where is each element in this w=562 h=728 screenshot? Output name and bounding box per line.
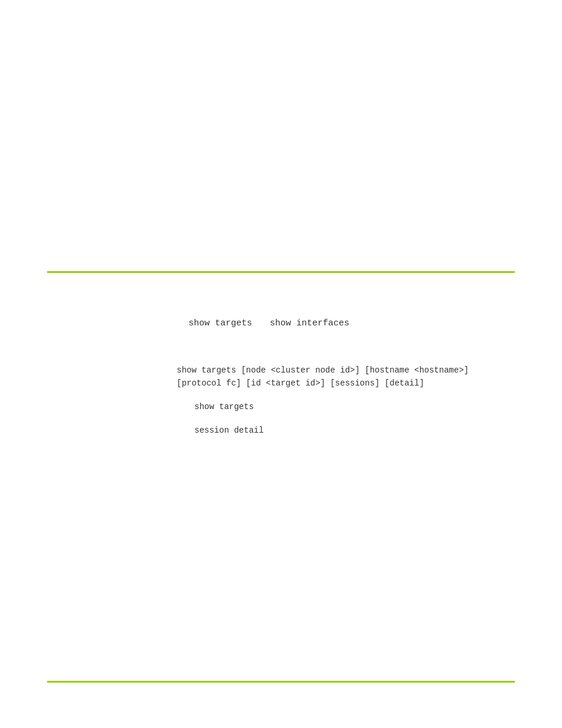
basic-example-label: show targets (194, 402, 254, 411)
command-syntax: show targets [node <cluster node id>] [h… (177, 364, 515, 390)
params-label: session detail (194, 423, 515, 438)
top-divider (47, 271, 515, 273)
nav-links: show targets show interfaces (189, 318, 515, 328)
show-interfaces-link[interactable]: show interfaces (270, 318, 349, 328)
command-section: show targets [node <cluster node id>] [h… (177, 364, 515, 438)
show-targets-link[interactable]: show targets (189, 318, 252, 328)
bottom-divider (47, 681, 515, 683)
basic-example: show targets (194, 402, 515, 411)
main-content: show targets show interfaces show target… (0, 283, 562, 450)
syntax-line2: [protocol fc] [id <target id>] [sessions… (177, 377, 515, 390)
param-list: session detail (194, 423, 515, 438)
syntax-line1: show targets [node <cluster node id>] [h… (177, 364, 515, 377)
